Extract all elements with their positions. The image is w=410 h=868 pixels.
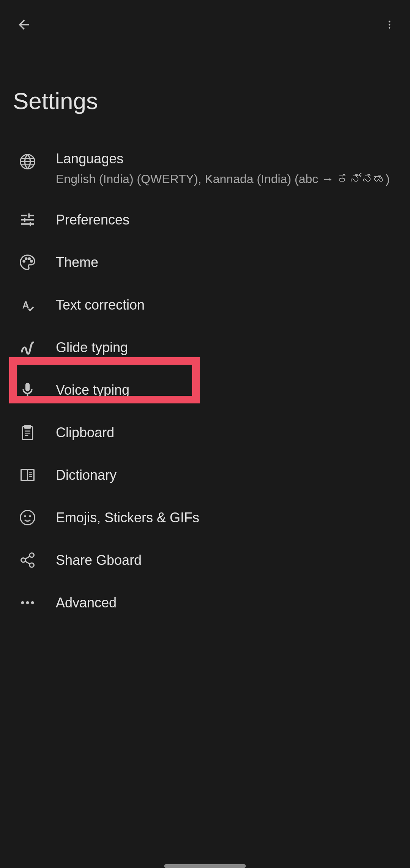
settings-list: Languages English (India) (QWERTY), Kann…: [0, 133, 410, 624]
item-text: Voice typing: [56, 381, 399, 399]
text-check-icon: [19, 296, 36, 313]
svg-point-17: [21, 601, 24, 604]
clipboard-icon: [19, 424, 36, 441]
svg-point-16: [30, 563, 34, 567]
smile-icon: [19, 509, 36, 526]
svg-point-5: [25, 258, 27, 260]
item-text: Emojis, Stickers & GIFs: [56, 509, 399, 527]
squiggle-icon: [19, 339, 36, 356]
svg-point-12: [24, 515, 26, 517]
book-icon: [19, 466, 36, 484]
svg-point-18: [26, 601, 29, 604]
svg-point-6: [28, 258, 30, 260]
list-item-share[interactable]: Share Gboard: [0, 539, 410, 582]
item-text: Clipboard: [56, 424, 399, 442]
svg-point-1: [389, 24, 391, 26]
sliders-icon: [19, 211, 36, 228]
item-label: Theme: [56, 254, 399, 272]
item-text: Share Gboard: [56, 552, 399, 569]
item-text: Text correction: [56, 296, 399, 314]
more-vertical-icon: [384, 19, 395, 30]
list-item-advanced[interactable]: Advanced: [0, 582, 410, 624]
list-item-emojis[interactable]: Emojis, Stickers & GIFs: [0, 496, 410, 539]
list-item-text-correction[interactable]: Text correction: [0, 284, 410, 326]
globe-icon: [19, 153, 36, 170]
item-text: Dictionary: [56, 466, 399, 484]
page-title: Settings: [13, 87, 399, 114]
svg-point-11: [20, 511, 35, 525]
svg-point-4: [23, 261, 25, 262]
list-item-languages[interactable]: Languages English (India) (QWERTY), Kann…: [0, 141, 410, 199]
list-item-clipboard[interactable]: Clipboard: [0, 411, 410, 454]
list-item-glide-typing[interactable]: Glide typing: [0, 326, 410, 369]
item-text: Glide typing: [56, 339, 399, 357]
svg-point-2: [389, 27, 391, 29]
list-item-theme[interactable]: Theme: [0, 241, 410, 284]
svg-rect-9: [25, 425, 30, 428]
back-button[interactable]: [15, 16, 33, 34]
item-label: Advanced: [56, 594, 399, 612]
item-label: Dictionary: [56, 466, 399, 484]
svg-point-14: [30, 553, 34, 557]
list-item-preferences[interactable]: Preferences: [0, 199, 410, 241]
item-text: Preferences: [56, 211, 399, 229]
item-label: Glide typing: [56, 339, 399, 357]
back-arrow-icon: [16, 17, 32, 33]
svg-point-15: [21, 558, 25, 562]
item-label: Emojis, Stickers & GIFs: [56, 509, 399, 527]
item-label: Languages: [56, 150, 399, 168]
item-text: Advanced: [56, 594, 399, 612]
item-text: Languages English (India) (QWERTY), Kann…: [56, 150, 399, 187]
item-label: Clipboard: [56, 424, 399, 442]
list-item-dictionary[interactable]: Dictionary: [0, 454, 410, 496]
item-label: Share Gboard: [56, 552, 399, 569]
item-label: Voice typing: [56, 381, 399, 399]
palette-icon: [19, 254, 36, 271]
dots-horizontal-icon: [19, 594, 36, 611]
svg-point-7: [31, 261, 33, 262]
share-icon: [19, 552, 36, 569]
item-label: Text correction: [56, 296, 399, 314]
more-options-button[interactable]: [380, 16, 399, 34]
svg-point-0: [389, 21, 391, 23]
item-label: Preferences: [56, 211, 399, 229]
svg-point-13: [29, 515, 31, 517]
list-item-voice-typing[interactable]: Voice typing: [0, 369, 410, 411]
mic-icon: [19, 381, 36, 398]
header-bar: [0, 0, 410, 49]
title-section: Settings: [0, 49, 410, 133]
item-text: Theme: [56, 254, 399, 272]
nav-indicator: [164, 864, 246, 868]
svg-point-19: [31, 601, 34, 604]
item-subtitle: English (India) (QWERTY), Kannada (India…: [56, 171, 399, 187]
